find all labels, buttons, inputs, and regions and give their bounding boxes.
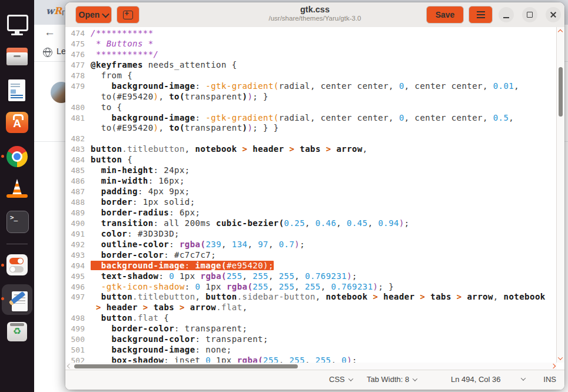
line-number: 481 — [65, 113, 91, 124]
line-number: 502 — [65, 356, 91, 363]
menu-button[interactable] — [469, 6, 493, 24]
line-number: 497 — [65, 292, 91, 303]
code-line-489: 489 border-radius: 6px; — [65, 208, 557, 218]
line-number: 479 — [65, 81, 91, 92]
trash-icon[interactable]: ♻ — [6, 321, 28, 343]
line-number: 489 — [65, 208, 91, 218]
monitor-icon[interactable] — [6, 14, 28, 36]
statusbar: CSS Tab Width: 8 Ln 494, Col 36 INS — [65, 370, 564, 390]
code-line-480: 480 to { — [65, 102, 557, 113]
running-indicator — [1, 264, 4, 267]
line-number: 482 — [65, 134, 91, 144]
line-number: 475 — [65, 39, 91, 49]
code-line-478: 478 from { — [65, 71, 557, 81]
app-center-icon[interactable]: A — [6, 112, 28, 134]
code-line-501: 501 background-image: none; — [65, 345, 557, 356]
line-number: 477 — [65, 60, 91, 71]
line-number: 488 — [65, 197, 91, 208]
code-line-487: 487 padding: 4px 9px; — [65, 187, 557, 197]
line-number: 499 — [65, 324, 91, 334]
chevron-down-icon — [413, 376, 417, 381]
code-line-486: 486 min-width: 16px; — [65, 176, 557, 187]
code-line-wrap: to(#E95420), to(transparent)); } — [65, 92, 557, 102]
line-number: 498 — [65, 313, 91, 324]
scroll-up-icon[interactable] — [558, 29, 563, 34]
line-number: 490 — [65, 218, 91, 229]
terminal-icon[interactable]: >_ — [6, 211, 28, 233]
code-line-481: 481 background-image: -gtk-gradient(radi… — [65, 113, 557, 124]
line-number: 491 — [65, 229, 91, 240]
maximize-icon — [527, 12, 533, 18]
running-indicator — [1, 155, 4, 158]
window-title: gtk.css /usr/share/themes/Yaru/gtk-3.0 — [268, 5, 361, 22]
code-line-491: 491 color: #3D3D3D; — [65, 229, 557, 240]
code-line-496: 496 -gtk-icon-shadow: 0 1px rgba(255, 25… — [65, 282, 557, 293]
code-view[interactable]: 474/***********475 * Buttons *476 ******… — [65, 27, 557, 363]
hamburger-icon — [477, 14, 485, 15]
vertical-scrollbar[interactable] — [556, 27, 564, 363]
code-line-495: 495 text-shadow: 0 1px rgba(255, 255, 25… — [65, 271, 557, 282]
scroll-down-icon[interactable] — [558, 355, 563, 360]
line-number: 487 — [65, 187, 91, 197]
save-button-label: Save — [436, 10, 455, 19]
back-arrow-icon[interactable]: ← — [44, 26, 55, 39]
save-button[interactable]: Save — [426, 6, 464, 24]
code-line-502: 502 box-shadow: inset 0 1px rgba(255, 25… — [65, 356, 557, 363]
close-button[interactable] — [546, 7, 561, 22]
files-icon[interactable] — [6, 46, 28, 69]
scroll-left-icon[interactable] — [67, 364, 72, 368]
line-number: 492 — [65, 240, 91, 250]
line-number: 480 — [65, 102, 91, 113]
tab-width-selector[interactable]: Tab Width: 8 — [367, 375, 417, 384]
site-logo: wR — [46, 5, 62, 16]
tab-title-fragment: г — [62, 7, 65, 17]
code-line-477: 477@keyframes needs_attention { — [65, 60, 557, 71]
code-line-493: 493 border-color: #c7c7c7; — [65, 250, 557, 261]
code-line-482: 482 — [65, 134, 557, 144]
globe-icon — [43, 48, 52, 57]
settings-icon[interactable] — [6, 254, 28, 277]
code-line-483: 483button.titlebutton, notebook > header… — [65, 144, 557, 155]
chevron-down-icon — [348, 376, 353, 381]
line-number: 501 — [65, 345, 91, 356]
goto-line-dropdown[interactable] — [522, 377, 525, 381]
text-editor-window: Open gtk.css /usr/share/themes/Yaru/gtk-… — [65, 2, 564, 390]
chevron-down-icon — [521, 376, 526, 380]
code-line-490: 490 transition: all 200ms cubic-bezier(0… — [65, 218, 557, 229]
code-line-499: 499 border-color: transparent; — [65, 324, 557, 334]
maximize-button[interactable] — [522, 7, 537, 22]
libreoffice-writer-icon[interactable] — [6, 79, 28, 102]
new-tab-button[interactable] — [117, 6, 139, 24]
line-number: 495 — [65, 271, 91, 282]
document-title: gtk.css — [268, 5, 361, 14]
document-path: /usr/share/themes/Yaru/gtk-3.0 — [268, 15, 361, 22]
scroll-right-icon[interactable] — [551, 364, 556, 368]
vertical-scrollbar-thumb[interactable] — [559, 67, 563, 117]
cursor-position[interactable]: Ln 494, Col 36 — [451, 375, 501, 384]
line-number: 483 — [65, 144, 91, 155]
language-selector[interactable]: CSS — [329, 375, 353, 384]
text-editor-icon[interactable] — [5, 287, 27, 309]
new-tab-icon — [123, 11, 133, 19]
line-number: 500 — [65, 334, 91, 345]
insert-mode-indicator[interactable]: INS — [543, 375, 556, 384]
dock: A >_ ♻ — [0, 0, 34, 392]
line-number: 493 — [65, 250, 91, 261]
line-number: 485 — [65, 165, 91, 176]
code-line-wrap: > header > tabs > arrow.flat, — [65, 303, 557, 313]
vlc-icon[interactable] — [6, 178, 28, 200]
link-text[interactable]: Le — [57, 46, 66, 56]
headerbar: Open gtk.css /usr/share/themes/Yaru/gtk-… — [65, 2, 564, 28]
chrome-icon[interactable] — [6, 145, 28, 168]
code-line-498: 498 button.flat { — [65, 313, 557, 324]
code-line-484: 484button { — [65, 155, 557, 165]
open-button[interactable]: Open — [75, 6, 112, 24]
code-line-479: 479 background-image: -gtk-gradient(radi… — [65, 81, 557, 92]
code-line-wrap: to(#E95420), to(transparent)); } } — [65, 123, 557, 134]
line-number: 486 — [65, 176, 91, 187]
minimize-button[interactable] — [499, 7, 514, 22]
dock-separator — [6, 244, 28, 244]
code-line-476: 476 ***********/ — [65, 49, 557, 60]
horizontal-scrollbar-thumb[interactable] — [74, 364, 298, 368]
code-line-497: 497 button.titlebutton, button.sidebar-b… — [65, 292, 557, 303]
